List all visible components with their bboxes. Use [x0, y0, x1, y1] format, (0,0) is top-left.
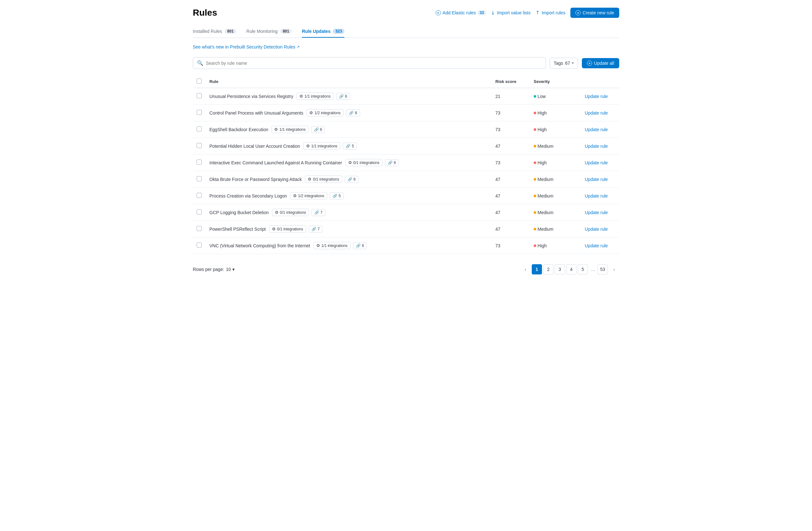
update-rule-button-5[interactable]: Update rule: [585, 177, 608, 182]
tab-installed-rules[interactable]: Installed Rules 801: [193, 26, 236, 38]
rule-name-3: Potential Hidden Local User Account Crea…: [209, 144, 300, 149]
tabs-bar: Installed Rules 801 Rule Monitoring 801 …: [193, 26, 619, 38]
severity-cell-3: Medium: [534, 144, 577, 149]
rule-name-9: VNC (Virtual Network Computing) from the…: [209, 243, 310, 248]
integration-icon-0: ⚙: [300, 94, 303, 99]
row-checkbox-1[interactable]: [197, 110, 202, 115]
pagination-page-53[interactable]: 53: [597, 264, 608, 275]
severity-dot-1: [534, 112, 536, 114]
update-rule-button-6[interactable]: Update rule: [585, 193, 608, 198]
table-row: Okta Brute Force or Password Spraying At…: [193, 171, 619, 188]
update-rule-button-7[interactable]: Update rule: [585, 210, 608, 215]
integration-icon-8: ⚙: [272, 226, 276, 231]
prebuilt-security-link[interactable]: See what's new in Prebuilt Security Dete…: [193, 44, 619, 49]
table-row: Unusual Persistence via Services Registr…: [193, 88, 619, 105]
integration-tag-2: ⚙ 1/1 integrations: [271, 126, 308, 133]
severity-label-1: High: [537, 110, 547, 116]
exception-icon-7: 🔗: [315, 210, 319, 215]
rules-table: Rule Risk score Severity Unusual Persist…: [193, 75, 619, 254]
tab-updates-label: Rule Updates: [302, 29, 330, 34]
integration-icon-3: ⚙: [306, 144, 310, 148]
import-rules-button[interactable]: ⤒ Import rules: [536, 10, 565, 16]
pagination-page-1[interactable]: 1: [532, 264, 542, 275]
integration-icon-4: ⚙: [348, 160, 352, 165]
risk-score-1: 73: [495, 110, 501, 116]
row-checkbox-0[interactable]: [197, 93, 202, 98]
row-checkbox-2[interactable]: [197, 127, 202, 132]
exception-icon-5: 🔗: [348, 177, 352, 181]
pagination-page-4[interactable]: 4: [566, 264, 577, 275]
pagination-page-3[interactable]: 3: [555, 264, 565, 275]
risk-score-8: 47: [495, 226, 501, 232]
integration-tag-0: ⚙ 1/1 integrations: [296, 92, 334, 100]
row-checkbox-6[interactable]: [197, 193, 202, 198]
integration-icon-1: ⚙: [309, 110, 313, 115]
integration-tag-9: ⚙ 1/1 integrations: [314, 242, 350, 249]
update-all-button[interactable]: + Update all: [582, 58, 619, 68]
update-rule-button-4[interactable]: Update rule: [585, 160, 608, 165]
risk-score-6: 47: [495, 193, 501, 198]
tab-rule-monitoring[interactable]: Rule Monitoring 801: [246, 26, 292, 38]
pagination-prev-button[interactable]: ‹: [520, 264, 531, 275]
pagination-page-2[interactable]: 2: [543, 264, 553, 275]
rule-name-0: Unusual Persistence via Services Registr…: [209, 94, 293, 99]
severity-dot-4: [534, 161, 536, 164]
search-input[interactable]: [206, 61, 542, 66]
severity-dot-9: [534, 245, 536, 247]
tags-label: Tags: [554, 61, 563, 66]
add-elastic-rules-button[interactable]: + Add Elastic rules 33: [436, 10, 486, 15]
integration-tag-4: ⚙ 0/1 integrations: [345, 159, 382, 166]
exception-icon-3: 🔗: [346, 144, 350, 148]
severity-cell-5: Medium: [534, 177, 577, 182]
update-rule-button-9[interactable]: Update rule: [585, 243, 608, 248]
search-row: 🔍 Tags 67 ▾ + Update all: [193, 57, 619, 69]
update-rule-button-8[interactable]: Update rule: [585, 226, 608, 232]
exception-tag-5: 🔗 6: [345, 176, 359, 183]
severity-cell-8: Medium: [534, 226, 577, 232]
row-checkbox-7[interactable]: [197, 209, 202, 215]
rule-name-1: Control Panel Process with Unusual Argum…: [209, 110, 303, 116]
search-box: 🔍: [193, 57, 546, 69]
integration-icon-6: ⚙: [293, 193, 297, 198]
rule-name-8: PowerShell PSReflect Script: [209, 226, 266, 232]
update-rule-button-1[interactable]: Update rule: [585, 110, 608, 116]
severity-label-2: High: [537, 127, 547, 132]
exception-tag-4: 🔗 6: [385, 159, 399, 166]
select-all-checkbox[interactable]: [197, 78, 202, 84]
severity-cell-7: Medium: [534, 210, 577, 215]
update-rule-button-0[interactable]: Update rule: [585, 94, 608, 99]
risk-score-5: 47: [495, 177, 501, 182]
update-rule-button-2[interactable]: Update rule: [585, 127, 608, 132]
severity-label-9: High: [537, 243, 547, 248]
table-row: Process Creation via Secondary Logon ⚙ 1…: [193, 188, 619, 204]
tab-rule-updates[interactable]: Rule Updates 523: [302, 26, 345, 38]
table-header-action: [581, 75, 619, 88]
tags-filter-button[interactable]: Tags 67 ▾: [550, 58, 578, 69]
exception-icon-6: 🔗: [333, 194, 337, 198]
create-new-rule-button[interactable]: + Create new rule: [570, 8, 619, 18]
risk-score-0: 21: [495, 94, 501, 99]
exception-tag-3: 🔗 5: [343, 143, 357, 150]
tags-count: 67: [565, 61, 570, 66]
row-checkbox-4[interactable]: [197, 160, 202, 165]
integration-icon-9: ⚙: [316, 243, 320, 248]
tab-installed-label: Installed Rules: [193, 29, 222, 34]
row-checkbox-5[interactable]: [197, 176, 202, 181]
update-rule-button-3[interactable]: Update rule: [585, 144, 608, 149]
integration-tag-7: ⚙ 0/1 integrations: [272, 209, 309, 216]
integration-tag-3: ⚙ 1/1 integrations: [303, 142, 340, 150]
severity-cell-4: High: [534, 160, 577, 165]
row-checkbox-8[interactable]: [197, 226, 202, 231]
row-checkbox-9[interactable]: [197, 242, 202, 248]
integration-icon-5: ⚙: [308, 177, 311, 181]
pagination-page-5[interactable]: 5: [578, 264, 588, 275]
exception-icon-4: 🔗: [388, 161, 393, 165]
chevron-down-rows-icon: ▾: [232, 267, 235, 272]
pagination-next-button[interactable]: ›: [609, 264, 619, 275]
tab-installed-count: 801: [225, 29, 236, 34]
rows-per-page-select[interactable]: 10 ▾: [226, 267, 235, 272]
rule-name-5: Okta Brute Force or Password Spraying At…: [209, 177, 302, 182]
row-checkbox-3[interactable]: [197, 143, 202, 148]
risk-score-7: 47: [495, 210, 501, 215]
import-value-lists-button[interactable]: ⤓ Import value lists: [491, 10, 531, 16]
